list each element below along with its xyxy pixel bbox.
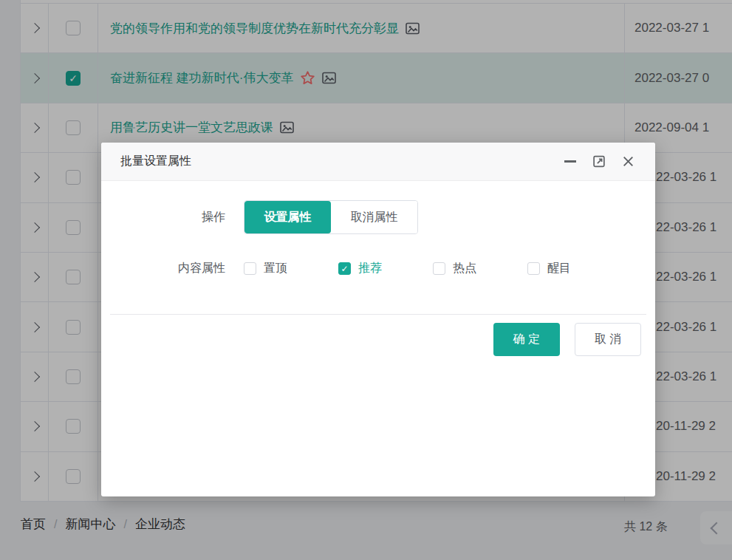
dialog-actions: 确 定 取 消 [493, 323, 641, 356]
operation-tabs: 设置属性 取消属性 [244, 200, 418, 234]
maximize-icon[interactable] [591, 154, 607, 170]
dialog-title: 批量设置属性 [120, 154, 191, 169]
cancel-button[interactable]: 取 消 [575, 323, 641, 356]
checkbox-hot[interactable]: 热点 [433, 261, 476, 276]
check-icon: ✓ [341, 264, 348, 273]
dialog-header: 批量设置属性 [101, 143, 655, 181]
checkbox-recommend[interactable]: ✓ 推荐 [338, 261, 382, 276]
dialog-body: 操作 设置属性 取消属性 内容属性 置顶 ✓ 推荐 [101, 181, 655, 496]
checkbox-box [433, 262, 445, 275]
checkbox-box [527, 262, 540, 275]
checkbox-label: 推荐 [358, 261, 382, 276]
checkbox-striking[interactable]: 醒目 [527, 261, 571, 276]
checkbox-label: 热点 [453, 261, 476, 276]
minimize-icon[interactable] [562, 154, 578, 170]
checkbox-label: 醒目 [547, 261, 571, 276]
checkbox-box: ✓ [338, 262, 351, 275]
content-attributes-label: 内容属性 [101, 261, 225, 276]
tab-set-attributes[interactable]: 设置属性 [244, 201, 331, 233]
confirm-button[interactable]: 确 定 [493, 323, 560, 356]
attributes-checkbox-group: 置顶 ✓ 推荐 热点 醒目 [244, 261, 571, 276]
checkbox-label: 置顶 [264, 261, 287, 276]
checkbox-pin-top[interactable]: 置顶 [244, 261, 287, 276]
batch-attributes-dialog: 批量设置属性 操作 设置属性 取消属性 内容属性 置顶 [101, 143, 655, 496]
checkbox-box [244, 262, 256, 275]
close-icon[interactable] [620, 154, 636, 170]
dialog-divider [110, 314, 646, 315]
tab-cancel-attributes[interactable]: 取消属性 [331, 201, 417, 233]
app-page: ✓ 党的领导作用和党的领导制度优势在新时代充分彰显 2022-03-27 1 ✓… [0, 0, 732, 560]
window-controls [562, 154, 636, 170]
operation-label: 操作 [101, 210, 225, 225]
